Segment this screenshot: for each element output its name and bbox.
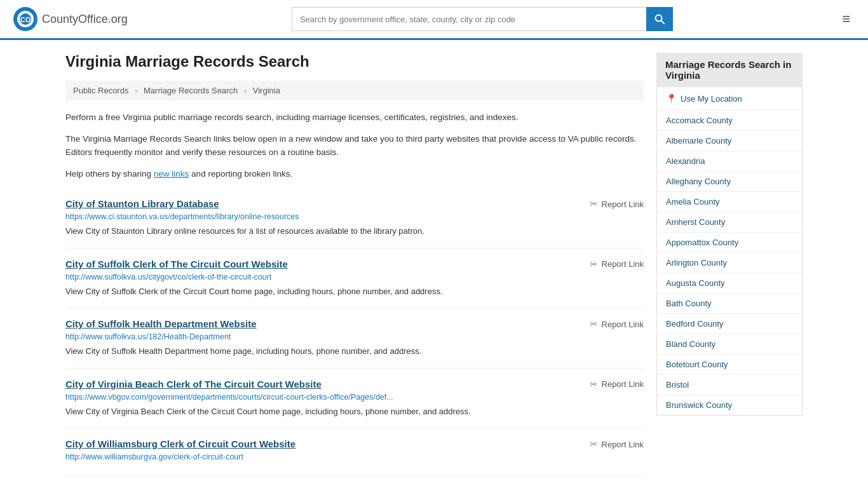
sidebar-county-link[interactable]: Appomattox County xyxy=(666,238,738,247)
breadcrumb-sep-1: › xyxy=(135,86,137,95)
pin-icon: 📍 xyxy=(666,93,677,104)
result-title[interactable]: City of Virginia Beach Clerk of The Circ… xyxy=(65,379,322,390)
sidebar-county-link[interactable]: Albemarle County xyxy=(666,136,731,146)
result-header: City of Staunton Library Database ✂ Repo… xyxy=(65,198,644,210)
result-desc: View City of Suffolk Clerk of the Circui… xyxy=(65,285,644,298)
sidebar-county-link[interactable]: Bedford County xyxy=(666,319,723,329)
intro-paragraph-1: Perform a free Virginia public marriage … xyxy=(65,111,644,125)
result-desc: View City of Staunton Library online res… xyxy=(65,225,644,238)
sidebar-county-item: Albemarle County xyxy=(657,131,802,151)
sidebar-county-link[interactable]: Bath County xyxy=(666,299,712,308)
scissors-icon: ✂ xyxy=(590,318,598,330)
result-title[interactable]: City of Suffolk Clerk of The Circuit Cou… xyxy=(65,259,288,269)
hamburger-menu-button[interactable]: ≡ xyxy=(837,8,855,30)
intro-paragraph-2: The Virginia Marriage Records Search lin… xyxy=(65,132,644,159)
breadcrumb: Public Records › Marriage Records Search… xyxy=(65,81,644,100)
sidebar-county-item: Arlington County xyxy=(657,253,802,273)
result-item: City of Staunton Library Database ✂ Repo… xyxy=(65,188,644,248)
result-desc: View City of Suffolk Health Department h… xyxy=(65,345,644,358)
page-title: Virginia Marriage Records Search xyxy=(65,53,644,71)
scissors-icon: ✂ xyxy=(590,379,598,390)
result-url[interactable]: http://www.suffolkva.us/182/Health-Depar… xyxy=(65,332,644,341)
sidebar: Marriage Records Search in Virginia 📍 Us… xyxy=(656,53,803,476)
report-link-label: Report Link xyxy=(602,320,644,329)
logo-icon: CO xyxy=(13,6,38,32)
scissors-icon: ✂ xyxy=(590,259,598,270)
sidebar-county-link[interactable]: Bland County xyxy=(666,339,715,349)
sidebar-county-link[interactable]: Bristol xyxy=(666,380,689,390)
sidebar-county-item: Bath County xyxy=(657,294,802,314)
sidebar-county-item: Bedford County xyxy=(657,314,802,334)
sidebar-county-item: Amelia County xyxy=(657,192,802,212)
sidebar-title: Marriage Records Search in Virginia xyxy=(656,53,803,87)
result-item: City of Virginia Beach Clerk of The Circ… xyxy=(65,369,644,429)
result-header: City of Suffolk Clerk of The Circuit Cou… xyxy=(65,259,644,270)
result-desc: View City of Virginia Beach Clerk of the… xyxy=(65,405,644,418)
sidebar-county-item: Bland County xyxy=(657,334,802,355)
report-link-button[interactable]: ✂ Report Link xyxy=(590,259,644,270)
sidebar-county-item: Alexandria xyxy=(657,151,802,172)
sidebar-county-link[interactable]: Alexandria xyxy=(666,156,705,166)
report-link-label: Report Link xyxy=(602,259,644,269)
logo-area: CO CountyOffice.org xyxy=(13,6,128,32)
svg-text:CO: CO xyxy=(20,16,31,24)
report-link-button[interactable]: ✂ Report Link xyxy=(590,379,644,390)
result-url[interactable]: https://www.ci.staunton.va.us/department… xyxy=(65,212,644,221)
new-links-link[interactable]: new links xyxy=(154,169,189,179)
sidebar-county-item: Augusta County xyxy=(657,273,802,294)
intro-paragraph-3: Help others by sharing new links and rep… xyxy=(65,167,644,181)
sidebar-county-item: Botetourt County xyxy=(657,355,802,375)
sidebar-counties: Accomack CountyAlbemarle CountyAlexandri… xyxy=(657,111,802,415)
result-title[interactable]: City of Staunton Library Database xyxy=(65,198,219,209)
use-location-label: Use My Location xyxy=(681,94,742,104)
sidebar-county-link[interactable]: Brunswick County xyxy=(666,400,732,410)
sidebar-list: 📍 Use My Location Accomack CountyAlbemar… xyxy=(656,87,803,416)
sidebar-county-item: Alleghany County xyxy=(657,172,802,192)
result-header: City of Williamsburg Clerk of Circuit Co… xyxy=(65,438,644,450)
sidebar-county-link[interactable]: Augusta County xyxy=(666,278,725,288)
result-item: City of Suffolk Health Department Websit… xyxy=(65,308,644,369)
report-link-label: Report Link xyxy=(602,440,644,449)
search-icon xyxy=(654,14,665,24)
search-area xyxy=(292,7,673,31)
results-container: City of Staunton Library Database ✂ Repo… xyxy=(65,188,644,476)
sidebar-county-link[interactable]: Amelia County xyxy=(666,197,720,207)
breadcrumb-current: Virginia xyxy=(253,86,280,95)
breadcrumb-marriage-records[interactable]: Marriage Records Search xyxy=(144,86,238,95)
sidebar-county-item: Accomack County xyxy=(657,111,802,131)
content-area: Virginia Marriage Records Search Public … xyxy=(65,53,644,476)
use-my-location-button[interactable]: 📍 Use My Location xyxy=(657,87,802,111)
result-url[interactable]: https://www.vbgov.com/government/departm… xyxy=(65,393,644,402)
report-link-button[interactable]: ✂ Report Link xyxy=(590,438,644,450)
sidebar-county-link[interactable]: Accomack County xyxy=(666,116,733,125)
breadcrumb-sep-2: › xyxy=(244,86,247,95)
scissors-icon: ✂ xyxy=(590,438,598,450)
result-url[interactable]: http://www.williamsburgva.gov/clerk-of-c… xyxy=(65,452,644,461)
result-title[interactable]: City of Williamsburg Clerk of Circuit Co… xyxy=(65,438,295,449)
sidebar-county-link[interactable]: Alleghany County xyxy=(666,177,731,186)
report-link-label: Report Link xyxy=(602,379,644,389)
scissors-icon: ✂ xyxy=(590,198,598,210)
result-header: City of Suffolk Health Department Websit… xyxy=(65,318,644,330)
search-input[interactable] xyxy=(292,7,646,31)
sidebar-county-link[interactable]: Amherst County xyxy=(666,217,725,227)
svg-line-5 xyxy=(661,21,664,24)
sidebar-county-item: Brunswick County xyxy=(657,395,802,415)
site-header: CO CountyOffice.org ≡ xyxy=(0,0,868,40)
sidebar-county-link[interactable]: Arlington County xyxy=(666,258,727,268)
result-url[interactable]: http://www.suffolkva.us/citygovt/co/cler… xyxy=(65,273,644,281)
result-title[interactable]: City of Suffolk Health Department Websit… xyxy=(65,318,257,329)
report-link-button[interactable]: ✂ Report Link xyxy=(590,198,644,210)
sidebar-county-item: Amherst County xyxy=(657,212,802,233)
main-container: Virginia Marriage Records Search Public … xyxy=(53,40,815,488)
search-button[interactable] xyxy=(646,7,673,31)
report-link-label: Report Link xyxy=(602,200,644,209)
sidebar-county-item: Bristol xyxy=(657,375,802,395)
sidebar-county-item: Appomattox County xyxy=(657,233,802,253)
result-header: City of Virginia Beach Clerk of The Circ… xyxy=(65,379,644,390)
result-item: City of Suffolk Clerk of The Circuit Cou… xyxy=(65,248,644,309)
sidebar-county-link[interactable]: Botetourt County xyxy=(666,360,728,369)
result-item: City of Williamsburg Clerk of Circuit Co… xyxy=(65,428,644,476)
breadcrumb-public-records[interactable]: Public Records xyxy=(73,86,128,95)
report-link-button[interactable]: ✂ Report Link xyxy=(590,318,644,330)
